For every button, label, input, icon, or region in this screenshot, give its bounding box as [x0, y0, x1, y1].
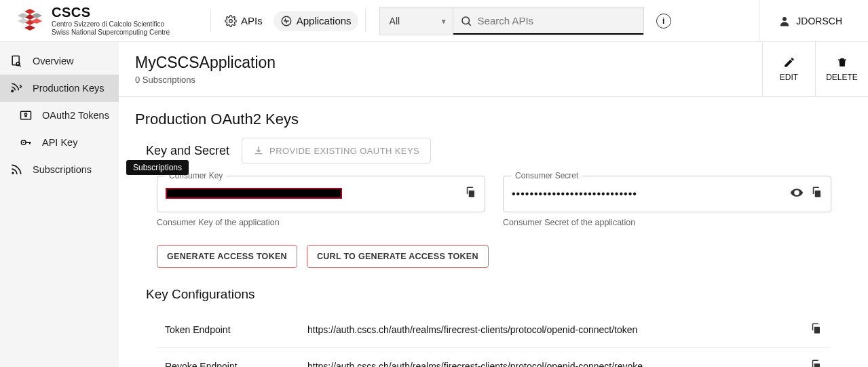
svg-line-15	[20, 65, 21, 66]
sidebar-item-subscriptions[interactable]: Subscriptions	[0, 156, 119, 183]
lock-screen-icon	[19, 109, 33, 122]
sidebar-item-overview[interactable]: Overview	[0, 47, 119, 75]
copy-consumer-key-button[interactable]	[464, 186, 476, 201]
svg-rect-28	[814, 364, 820, 367]
svg-rect-27	[814, 327, 820, 334]
svg-rect-18	[24, 115, 26, 117]
copy-icon	[810, 359, 822, 367]
sidebar-label: API Key	[42, 137, 77, 148]
nav-group: APIs Applications	[218, 11, 358, 31]
toggle-secret-visibility-button[interactable]	[790, 186, 804, 202]
nav-apis-label: APIs	[241, 15, 263, 26]
edit-button[interactable]: EDIT	[762, 42, 815, 96]
table-row: Revoke Endpoint https://auth.cscs.ch/aut…	[157, 348, 830, 367]
svg-line-11	[468, 23, 470, 25]
svg-rect-26	[815, 191, 820, 197]
revoke-endpoint-label: Revoke Endpoint	[165, 361, 307, 368]
brand-name: CSCS	[52, 5, 170, 20]
search-icon	[460, 14, 472, 28]
delete-label: DELETE	[826, 73, 858, 82]
cscs-logo-icon	[15, 6, 45, 36]
copy-icon	[810, 322, 822, 334]
sidebar-item-oauth2-tokens[interactable]: OAuth2 Tokens	[0, 102, 119, 129]
provide-oauth-keys-button[interactable]: PROVIDE EXISTING OAUTH KEYS	[242, 138, 431, 163]
svg-rect-24	[469, 191, 474, 197]
top-header: CSCS Centro Svizzero di Calcolo Scientif…	[0, 0, 868, 42]
app-bar: MyCSCSApplication 0 Subscriptions EDIT D…	[119, 42, 868, 97]
pulse-icon	[280, 15, 293, 27]
search-scope-value: All	[390, 16, 400, 26]
consumer-secret-field[interactable]: Consumer Secret ••••••••••••••••••••••••…	[503, 176, 831, 212]
revoke-endpoint-value: https://auth.cscs.ch/auth/realms/firecre…	[307, 361, 810, 368]
trash-icon	[836, 56, 848, 69]
sidebar-label: OAuth2 Tokens	[42, 110, 109, 121]
edit-label: EDIT	[780, 73, 798, 82]
user-menu[interactable]: JDORSCH	[759, 0, 861, 42]
content-area: MyCSCSApplication 0 Subscriptions EDIT D…	[119, 42, 868, 367]
app-subtitle: 0 Subscriptions	[135, 75, 762, 85]
download-icon	[253, 145, 264, 156]
eye-icon	[790, 186, 804, 199]
pencil-icon	[783, 56, 795, 69]
brand-sub-1: Centro Svizzero di Calcolo Scientifico	[52, 20, 170, 28]
svg-rect-13	[12, 56, 19, 65]
svg-marker-0	[24, 9, 35, 14]
consumer-key-helper: Consumer Key of the application	[157, 218, 485, 227]
sidebar: Overview Production Keys OAuth2 Tokens A…	[0, 42, 119, 367]
copy-consumer-secret-button[interactable]	[810, 186, 823, 202]
copy-token-endpoint-button[interactable]	[810, 322, 822, 336]
sidebar-item-api-key[interactable]: API Key	[0, 129, 119, 156]
section-title: Production OAuth2 Keys	[135, 111, 852, 128]
key-secret-heading: Key and Secret	[146, 144, 229, 158]
key-configurations-table: Token Endpoint https://auth.cscs.ch/auth…	[157, 311, 830, 367]
svg-marker-7	[24, 25, 35, 31]
info-icon[interactable]: i	[656, 14, 671, 28]
brand-block[interactable]: CSCS Centro Svizzero di Calcolo Scientif…	[7, 5, 204, 37]
consumer-secret-value: ••••••••••••••••••••••••••••	[512, 188, 637, 200]
generate-access-token-button[interactable]: GENERATE ACCESS TOKEN	[157, 245, 297, 268]
brand-sub-2: Swiss National Supercomputing Centre	[52, 28, 170, 37]
document-search-icon	[10, 54, 23, 68]
token-endpoint-value: https://auth.cscs.ch/auth/realms/firecre…	[307, 324, 810, 335]
caret-down-icon: ▼	[440, 17, 447, 24]
search-group: All ▼	[379, 7, 644, 35]
svg-point-9	[282, 16, 291, 26]
consumer-key-value	[166, 188, 342, 199]
rss-icon	[10, 163, 23, 176]
svg-point-16	[12, 90, 14, 92]
sidebar-label: Overview	[33, 56, 73, 66]
copy-icon	[810, 186, 823, 198]
signal-icon	[10, 81, 23, 95]
key-icon	[19, 136, 33, 149]
person-icon	[778, 15, 791, 27]
divider	[365, 9, 366, 33]
token-endpoint-label: Token Endpoint	[165, 324, 307, 335]
sidebar-item-production-keys[interactable]: Production Keys	[0, 75, 119, 102]
copy-revoke-endpoint-button[interactable]	[810, 359, 822, 367]
nav-apis[interactable]: APIs	[218, 11, 269, 31]
gear-icon	[225, 15, 237, 27]
svg-rect-22	[29, 142, 31, 144]
key-configurations-heading: Key Configurations	[146, 287, 852, 302]
curl-generate-token-button[interactable]: CURL TO GENERATE ACCESS TOKEN	[307, 245, 489, 268]
subscriptions-tooltip: Subscriptions	[126, 160, 189, 175]
svg-point-20	[23, 142, 24, 143]
nav-applications[interactable]: Applications	[273, 11, 358, 31]
divider	[210, 9, 211, 33]
sidebar-label: Production Keys	[33, 83, 105, 94]
search-scope-select[interactable]: All ▼	[379, 7, 453, 35]
svg-point-12	[782, 17, 787, 21]
table-row: Token Endpoint https://auth.cscs.ch/auth…	[157, 311, 830, 348]
user-name: JDORSCH	[796, 16, 842, 26]
provide-label: PROVIDE EXISTING OAUTH KEYS	[269, 146, 419, 156]
svg-point-23	[12, 172, 14, 174]
consumer-secret-helper: Consumer Secret of the application	[503, 218, 831, 227]
search-input[interactable]	[478, 15, 637, 26]
sidebar-label: Subscriptions	[33, 164, 92, 175]
consumer-key-field[interactable]: Consumer Key	[157, 176, 485, 212]
svg-point-8	[229, 19, 233, 22]
nav-applications-label: Applications	[297, 15, 352, 26]
delete-button[interactable]: DELETE	[815, 42, 868, 96]
consumer-secret-legend: Consumer Secret	[511, 171, 582, 180]
svg-point-10	[462, 17, 470, 24]
